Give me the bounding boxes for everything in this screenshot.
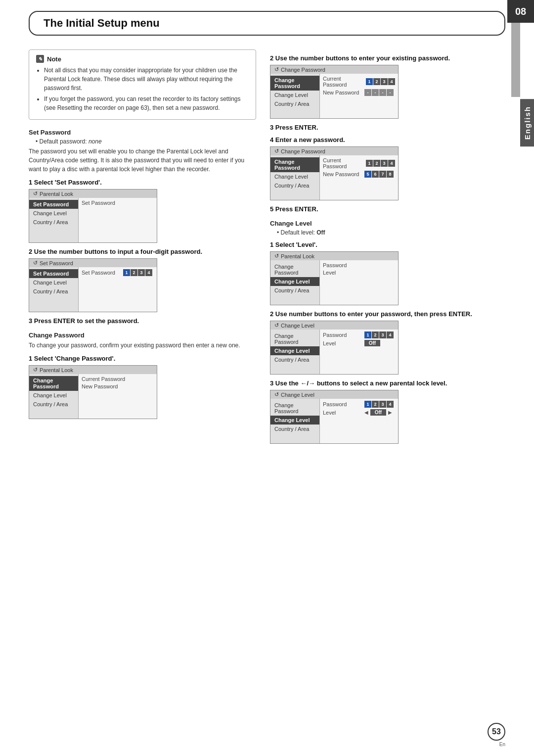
screen-detail-cl1: Password Level — [320, 260, 398, 305]
note-icon: ✎ — [36, 55, 44, 63]
curr-num-1: 1 — [366, 78, 373, 85]
screen-body-cp1: Change Password Change Level Country / A… — [29, 374, 157, 419]
num-box-new-pw-dashes: - - - - — [364, 89, 394, 96]
refresh-icon-2: ↺ — [33, 260, 38, 266]
menu-change-level-1: Change Level — [29, 209, 78, 218]
menu-country-cl2: Country / Area — [270, 355, 319, 364]
detail-row-new-pw-3: New Password 5 6 7 8 — [323, 171, 395, 178]
screen-menu-cl3: Change Password Change Level Country / A… — [270, 399, 320, 443]
menu-change-pw-cl3: Change Password — [270, 401, 319, 416]
screen-change-level-2: ↺ Change Level Change Password Change Le… — [270, 321, 399, 375]
refresh-icon-cp1: ↺ — [33, 367, 38, 373]
screen-detail-2: Set Password 1 2 3 4 — [79, 267, 157, 312]
detail-row-curr-pw-3: Current Password 1 2 3 4 — [323, 157, 395, 169]
menu-country-cl3: Country / Area — [270, 425, 319, 433]
arrow-left-icon: ◀ — [364, 410, 368, 415]
step-change-level-1: 1 Select 'Level'. — [270, 241, 497, 248]
detail-row-password-cl2: Password 1 2 3 4 — [323, 331, 395, 338]
screen-menu-cl1: Change Password Change Level Country / A… — [270, 260, 320, 305]
set-password-body: The password you set will enable you to … — [29, 147, 256, 174]
screen-body-cl1: Change Password Change Level Country / A… — [270, 260, 398, 305]
screen-detail-cl3: Password 1 2 3 4 Level ◀ Off ▶ — [320, 399, 398, 443]
num-box-pw-cl3: 1 2 3 4 — [364, 401, 394, 408]
cl3-num-2: 2 — [372, 401, 379, 408]
menu-country-cp1: Country / Area — [29, 400, 78, 409]
detail-label-curr-pw-3: Current Password — [323, 157, 364, 169]
cl3-num-4: 4 — [387, 401, 394, 408]
menu-set-password-2: Set Password — [29, 269, 78, 278]
screen-detail-cp3: Current Password 1 2 3 4 New Password 5 … — [320, 155, 398, 200]
menu-change-level-2: Change Level — [29, 278, 78, 287]
refresh-icon-cl3: ↺ — [274, 391, 279, 398]
screen-menu-cp1: Change Password Change Level Country / A… — [29, 374, 79, 419]
num-box-curr-pw-3: 1 2 3 4 — [366, 160, 395, 167]
curr-num-4: 4 — [388, 78, 395, 85]
screen-menu-cl2: Change Password Change Level Country / A… — [270, 330, 320, 374]
detail-label-level-cl1: Level — [323, 270, 362, 276]
step-change-level-3: 3 Use the ←/→ buttons to select a new pa… — [270, 379, 497, 387]
detail-row-level-cl2: Level Off — [323, 340, 395, 346]
change-level-heading: Change Level — [270, 220, 497, 227]
screen-title-1: Parental Look — [40, 191, 73, 197]
screen-menu-cp2: Change Password Change Level Country / A… — [270, 74, 320, 118]
screen-change-level-3: ↺ Change Level Change Password Change Le… — [270, 390, 399, 444]
num-box-new-pw-3: 5 6 7 8 — [364, 171, 394, 178]
step-change-level-2: 2 Use number buttons to enter your passw… — [270, 310, 497, 318]
num-box-set-pw: 1 2 3 4 — [123, 269, 152, 276]
note-item-2: If you forget the password, you can rese… — [44, 94, 249, 112]
detail-label-curr-pw: Current Password — [82, 376, 125, 382]
screen-title-cp3: Change Password — [281, 148, 325, 154]
screen-header-cp2: ↺ Change Password — [270, 65, 398, 74]
page-en-label: En — [499, 742, 505, 747]
detail-label-level-cl3: Level — [323, 410, 362, 416]
note-heading: Note — [47, 55, 61, 63]
detail-row-password-cl3: Password 1 2 3 4 — [323, 401, 395, 408]
dash-1: - — [364, 89, 371, 96]
step-change-password-3: 3 Press ENTER. — [270, 124, 497, 131]
cl2-num-3: 3 — [379, 331, 386, 338]
change-password-heading: Change Password — [29, 331, 256, 339]
screen-body-1: Set Password Change Level Country / Area… — [29, 198, 157, 242]
curr-num-3: 3 — [381, 78, 388, 85]
menu-change-pw-cp3: Change Password — [270, 157, 319, 172]
num-3: 3 — [138, 269, 145, 276]
screen-header-2: ↺ Set Password — [29, 259, 157, 267]
curr3-num-1: 1 — [366, 160, 373, 167]
menu-change-level-cp3: Change Level — [270, 172, 319, 181]
detail-row-curr-pw: Current Password — [82, 376, 154, 382]
screen-menu-cp3: Change Password Change Level Country / A… — [270, 155, 320, 200]
new3-num-3: 7 — [379, 171, 386, 178]
detail-label-password-cl3: Password — [323, 401, 362, 407]
screen-body-cp3: Change Password Change Level Country / A… — [270, 155, 398, 200]
screen-change-password-3: ↺ Change Password Change Password Change… — [270, 146, 399, 200]
detail-label-curr-pw-2: Current Password — [323, 76, 364, 88]
num-1: 1 — [123, 269, 130, 276]
screen-set-password-2: ↺ Set Password Set Password Change Level… — [29, 258, 157, 312]
curr3-num-2: 2 — [373, 160, 380, 167]
refresh-icon-cp2: ↺ — [274, 66, 279, 73]
screen-title-cl3: Change Level — [281, 392, 314, 398]
cl3-num-1: 1 — [364, 401, 371, 408]
refresh-icon-cl1: ↺ — [274, 253, 279, 259]
detail-row-new-pw: New Password — [82, 383, 154, 389]
screen-title-cp2: Change Password — [281, 67, 325, 73]
change-password-body: To change your password, confirm your ex… — [29, 341, 256, 350]
cl3-num-3: 3 — [379, 401, 386, 408]
screen-detail-1: Set Password — [79, 198, 157, 242]
step-change-password-5: 5 Press ENTER. — [270, 205, 497, 213]
detail-label-new-pw-3: New Password — [323, 171, 362, 177]
menu-country-2: Country / Area — [29, 287, 78, 296]
screen-header-cp3: ↺ Change Password — [270, 147, 398, 155]
menu-change-level-cp2: Change Level — [270, 91, 319, 99]
curr3-num-3: 3 — [381, 160, 388, 167]
num-box-pw-cl2: 1 2 3 4 — [364, 331, 394, 338]
screen-detail-cl2: Password 1 2 3 4 Level Off — [320, 330, 398, 374]
detail-row-level-cl1: Level — [323, 270, 395, 276]
screen-detail-cp2: Current Password 1 2 3 4 New Password - … — [320, 74, 398, 118]
num-4: 4 — [145, 269, 152, 276]
step-change-password-4: 4 Enter a new password. — [270, 136, 497, 143]
screen-menu-2: Set Password Change Level Country / Area — [29, 267, 79, 312]
screen-title-cl1: Parental Look — [281, 253, 314, 259]
num-2: 2 — [131, 269, 137, 276]
num-box-curr-pw: 1 2 3 4 — [366, 78, 395, 85]
